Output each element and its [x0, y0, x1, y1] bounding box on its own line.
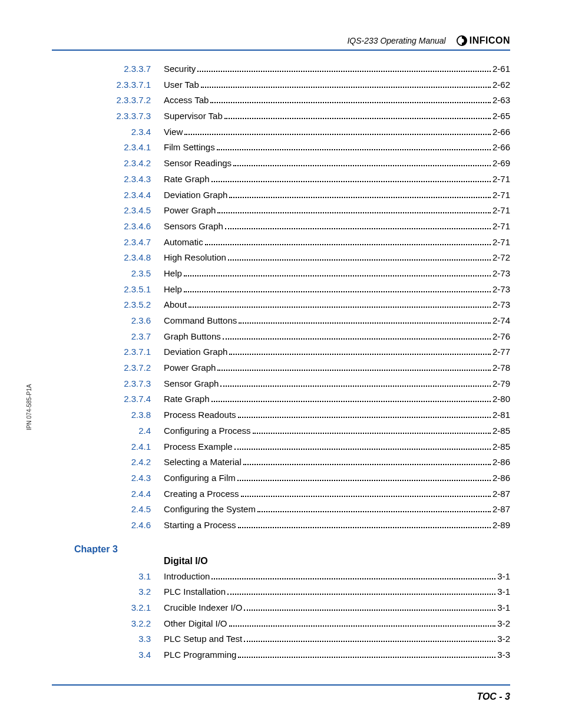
toc-entry[interactable]: 2.3.3.7.1User Tab2-62	[74, 77, 510, 93]
toc-section-number[interactable]: 2.3.7.1	[74, 344, 164, 360]
toc-section-number[interactable]: 2.3.3.7.3	[74, 108, 164, 124]
toc-entry[interactable]: 2.3.5.2About2-73	[74, 297, 510, 313]
toc-section-number[interactable]: 2.3.4.2	[74, 156, 164, 172]
toc-section-number[interactable]: 3.4	[74, 647, 164, 663]
toc-entry[interactable]: 2.4.2Selecting a Material2-86	[74, 454, 510, 470]
chapter-label[interactable]: Chapter 3	[74, 544, 510, 555]
toc-section-number[interactable]: 2.3.4.4	[74, 187, 164, 203]
toc-entry[interactable]: 2.3.3.7.3Supervisor Tab2-65	[74, 108, 510, 124]
toc-entry[interactable]: 3.1Introduction3-1	[74, 569, 510, 585]
toc-entry[interactable]: 2.3.7Graph Buttons2-76	[74, 329, 510, 345]
toc-section-number[interactable]: 2.4.5	[74, 502, 164, 518]
toc-entry-page: 2-71	[492, 235, 510, 251]
toc-leader-dots	[243, 464, 491, 465]
toc-entry[interactable]: 2.3.4View2-66	[74, 124, 510, 140]
toc-entry[interactable]: 2.4.6Starting a Process2-89	[74, 518, 510, 533]
toc-entry[interactable]: 2.3.5.1Help2-73	[74, 282, 510, 298]
toc-section-number[interactable]: 2.3.3.7	[74, 61, 164, 77]
toc-entry[interactable]: 2.3.7.2Power Graph2-78	[74, 360, 510, 376]
toc-entry[interactable]: 3.2.2Other Digital I/O3-2	[74, 616, 510, 632]
toc-entry[interactable]: 3.4PLC Programming3-3	[74, 647, 510, 663]
toc-section-number[interactable]: 2.3.3.7.2	[74, 93, 164, 108]
toc-section-number[interactable]: 2.4.6	[74, 518, 164, 533]
toc-entry-title: Process Readouts	[164, 407, 236, 423]
toc-section-number[interactable]: 2.3.4	[74, 124, 164, 140]
toc-entry[interactable]: 2.3.4.7Automatic2-71	[74, 235, 510, 251]
toc-entry[interactable]: 2.3.4.2Sensor Readings2-69	[74, 156, 510, 172]
toc-entry[interactable]: 2.3.6Command Buttons2-74	[74, 313, 510, 329]
toc-entry-page: 2-71	[492, 203, 510, 219]
toc-entry-page: 2-66	[492, 124, 510, 140]
toc-entry-page: 3-1	[497, 584, 510, 600]
toc-section-number[interactable]: 2.3.4.3	[74, 172, 164, 187]
toc-entry[interactable]: 2.3.5Help2-73	[74, 266, 510, 282]
toc-entry[interactable]: 2.3.3.7Security2-61	[74, 61, 510, 77]
toc-section-number[interactable]: 2.3.8	[74, 407, 164, 423]
toc-entry[interactable]: 2.3.4.5Power Graph2-71	[74, 203, 510, 219]
toc-section-number[interactable]: 3.1	[74, 569, 164, 585]
toc-section-number[interactable]: 2.3.5.2	[74, 297, 164, 313]
toc-entry[interactable]: 2.4.1Process Example2-85	[74, 439, 510, 455]
toc-entry-page: 2-77	[492, 344, 510, 360]
toc-entry[interactable]: 2.3.8Process Readouts2-81	[74, 407, 510, 423]
toc-entry-page: 2-81	[492, 407, 510, 423]
toc-section-number[interactable]: 3.2.2	[74, 616, 164, 632]
toc-entry[interactable]: 2.3.4.4Deviation Graph2-71	[74, 187, 510, 203]
toc-entry[interactable]: 2.3.4.3Rate Graph2-71	[74, 172, 510, 187]
toc-entry[interactable]: 3.2.1Crucible Indexer I/O3-1	[74, 600, 510, 616]
toc-entry[interactable]: 2.4Configuring a Process2-85	[74, 423, 510, 439]
toc-entry-page: 2-86	[492, 454, 510, 470]
toc-entry-title: Access Tab	[164, 93, 209, 108]
toc-entry[interactable]: 3.2PLC Installation3-1	[74, 584, 510, 600]
toc-section-number[interactable]: 2.3.7.4	[74, 391, 164, 407]
toc-entry[interactable]: 2.3.7.1Deviation Graph2-77	[74, 344, 510, 360]
document-title: IQS-233 Operating Manual	[347, 36, 445, 45]
toc-leader-dots	[237, 480, 491, 481]
toc-entry[interactable]: 2.3.7.3Sensor Graph2-79	[74, 376, 510, 392]
toc-section-number[interactable]: 3.2	[74, 584, 164, 600]
toc-section-number[interactable]: 2.3.7	[74, 329, 164, 345]
toc-section-number[interactable]: 2.3.4.7	[74, 235, 164, 251]
toc-section-number[interactable]: 2.3.4.5	[74, 203, 164, 219]
toc-section-number[interactable]: 3.2.1	[74, 600, 164, 616]
toc-section-number[interactable]: 3.3	[74, 631, 164, 647]
toc-section-number[interactable]: 2.3.3.7.1	[74, 77, 164, 93]
toc-entry-page: 3-1	[497, 600, 510, 616]
toc-entry-title: User Tab	[164, 77, 199, 93]
toc-section-number[interactable]: 2.3.7.2	[74, 360, 164, 376]
toc-entry[interactable]: 2.4.5Configuring the System2-87	[74, 502, 510, 518]
toc-section-number[interactable]: 2.3.4.6	[74, 219, 164, 235]
toc-entry-title: Sensor Readings	[164, 156, 232, 172]
toc-leader-dots	[217, 149, 491, 150]
toc-section-number[interactable]: 2.4.1	[74, 439, 164, 455]
toc-entry-title: Introduction	[164, 569, 210, 585]
footer-page-label: TOC - 3	[52, 691, 510, 702]
toc-entry[interactable]: 2.3.4.6Sensors Graph2-71	[74, 219, 510, 235]
toc-section-number[interactable]: 2.3.5	[74, 266, 164, 282]
toc-entry[interactable]: 2.3.3.7.2Access Tab2-63	[74, 93, 510, 108]
toc-entry[interactable]: 2.3.4.1Film Settings2-66	[74, 140, 510, 156]
toc-section-number[interactable]: 2.3.5.1	[74, 282, 164, 298]
toc-entry-page: 2-85	[492, 423, 510, 439]
brand-name: INFICON	[470, 35, 510, 46]
toc-entry-page: 2-74	[492, 313, 510, 329]
toc-entry-title: Help	[164, 266, 182, 282]
toc-entry[interactable]: 2.4.3Configuring a Film2-86	[74, 470, 510, 486]
toc-entry[interactable]: 2.3.4.8High Resolution2-72	[74, 250, 510, 266]
toc-section-number[interactable]: 2.3.4.8	[74, 250, 164, 266]
toc-section-number[interactable]: 2.4.2	[74, 454, 164, 470]
toc-section-number[interactable]: 2.3.6	[74, 313, 164, 329]
toc-section-number[interactable]: 2.3.4.1	[74, 140, 164, 156]
toc-section-number[interactable]: 2.3.7.3	[74, 376, 164, 392]
toc-entry-body: PLC Setup and Test3-2	[164, 631, 510, 647]
toc-entry[interactable]: 3.3PLC Setup and Test3-2	[74, 631, 510, 647]
toc-entry-page: 2-85	[492, 439, 510, 455]
toc-entry[interactable]: 2.4.4Creating a Process2-87	[74, 486, 510, 502]
toc-section-number[interactable]: 2.4.3	[74, 470, 164, 486]
toc-entry-body: Access Tab2-63	[164, 93, 510, 108]
toc-entry-title: PLC Programming	[164, 647, 236, 663]
toc-leader-dots	[201, 87, 491, 88]
toc-section-number[interactable]: 2.4.4	[74, 486, 164, 502]
toc-section-number[interactable]: 2.4	[74, 423, 164, 439]
toc-entry[interactable]: 2.3.7.4Rate Graph2-80	[74, 391, 510, 407]
